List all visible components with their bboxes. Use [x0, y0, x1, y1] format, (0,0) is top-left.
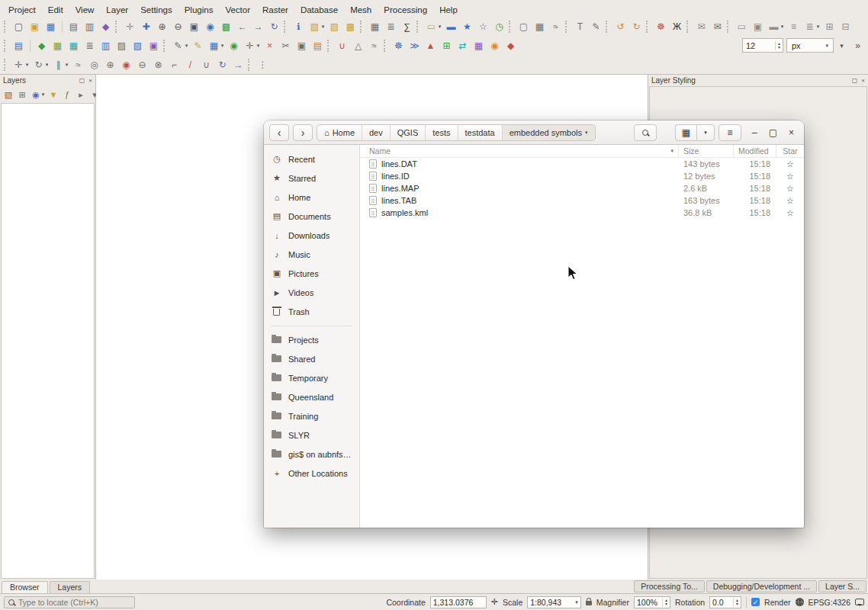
chevron-down-icon[interactable]: ▾	[24, 56, 31, 72]
symbol-size-spinbox[interactable]: ▴▾	[742, 38, 783, 53]
catalog-icon[interactable]: ✉	[709, 18, 725, 34]
add-part-icon[interactable]: ⊕	[102, 56, 118, 72]
tab-debugging-development[interactable]: Debugging/Development ...	[706, 580, 817, 592]
sidebar-item-documents[interactable]: ▤ Documents	[264, 207, 359, 226]
chevron-down-icon[interactable]: ▾	[40, 87, 47, 103]
plugin-manager-icon[interactable]: ▦	[471, 37, 487, 53]
lock-items-icon[interactable]: ⊟	[837, 18, 854, 34]
search-button[interactable]	[634, 124, 657, 141]
add-feature-icon[interactable]: ◉	[226, 37, 242, 53]
chevron-down-icon[interactable]: ▾	[255, 37, 262, 53]
chevron-down-icon[interactable]: ▾	[43, 56, 50, 72]
chevron-down-icon[interactable]: ▾	[436, 18, 443, 34]
georeferencer-icon[interactable]: ⊞	[439, 37, 455, 53]
new-print-layout-icon[interactable]: ▤	[66, 18, 82, 34]
close-panel-icon[interactable]: ×	[861, 77, 865, 84]
copy-features-icon[interactable]: ▣	[294, 37, 310, 53]
sidebar-item-temporary[interactable]: Temporary	[264, 368, 359, 387]
menu-layer[interactable]: Layer	[101, 5, 133, 15]
map-tips-icon[interactable]: ▬	[443, 18, 459, 34]
layout-add-map-icon[interactable]: ▭	[734, 18, 750, 34]
osm-tools-icon[interactable]: ◉	[487, 37, 503, 53]
star-button[interactable]: ☆	[776, 208, 804, 218]
symbol-size-input[interactable]	[743, 41, 775, 50]
star-button[interactable]: ☆	[776, 196, 804, 206]
zoom-full-icon[interactable]: ▣	[186, 18, 202, 34]
breadcrumb-tests[interactable]: tests	[426, 125, 458, 140]
spinner-arrows[interactable]: ▴▾	[662, 598, 670, 607]
forward-button[interactable]: ›	[293, 124, 313, 141]
processing-toolbox-icon[interactable]: ☸	[391, 37, 407, 53]
add-vector-layer-icon[interactable]: ◆	[34, 37, 50, 53]
metasearch-icon[interactable]: ✉	[693, 18, 709, 34]
float-panel-icon[interactable]: ▢	[852, 77, 858, 84]
new-map-view-icon[interactable]: ▢	[516, 18, 532, 34]
menu-mesh[interactable]: Mesh	[345, 5, 377, 15]
zoom-to-selection-icon[interactable]: ◉	[202, 18, 218, 34]
add-ring-icon[interactable]: ◎	[86, 56, 102, 72]
spin-down-icon[interactable]: ▾	[778, 46, 780, 50]
star-button[interactable]: ☆	[776, 159, 804, 169]
magnifier-spinbox[interactable]: ▴▾	[634, 596, 670, 608]
add-mesh-layer-icon[interactable]: ▦	[66, 37, 82, 53]
pan-map-icon[interactable]: ✛	[122, 18, 138, 34]
scale-input[interactable]	[530, 598, 573, 607]
column-star[interactable]: Star	[776, 145, 804, 157]
maximize-button[interactable]: ▢	[769, 127, 777, 138]
back-button[interactable]: ‹	[269, 124, 289, 141]
breadcrumb-qgis[interactable]: QGIS	[391, 125, 426, 140]
layers-tree[interactable]	[1, 103, 95, 579]
view-options-caret[interactable]: ▾	[696, 124, 715, 141]
magnifier-input[interactable]	[635, 598, 662, 607]
rotation-input[interactable]	[710, 598, 733, 607]
add-spatialite-layer-icon[interactable]: ▨	[114, 37, 130, 53]
layout-manager-icon[interactable]: ▥	[82, 18, 98, 34]
breadcrumb-embedded-symbols[interactable]: embedded symbols ▾	[503, 125, 595, 140]
menu-edit[interactable]: Edit	[43, 5, 69, 15]
elevation-profile-icon[interactable]: ≈	[548, 18, 564, 34]
split-features-icon[interactable]: /	[182, 56, 198, 72]
zoom-in-icon[interactable]: ⊕	[154, 18, 170, 34]
spin-down-icon[interactable]: ▾	[665, 602, 667, 606]
column-size[interactable]: Size	[679, 145, 734, 157]
menu-raster[interactable]: Raster	[257, 5, 294, 15]
delete-part-icon[interactable]: ⊗	[150, 56, 166, 72]
delete-selected-icon[interactable]: ×	[262, 37, 278, 53]
chevron-down-icon[interactable]: ▾	[63, 56, 70, 72]
rotate-point-symbols-icon[interactable]: ↻	[214, 56, 230, 72]
temporal-controller-icon[interactable]: ◷	[491, 18, 507, 34]
identify-features-icon[interactable]: ℹ	[291, 18, 307, 34]
data-source-manager-icon[interactable]: ▤	[11, 37, 27, 53]
chevron-down-icon[interactable]: ▾	[779, 18, 786, 34]
show-bookmarks-icon[interactable]: ☆	[475, 18, 491, 34]
units-combo[interactable]: px ▾	[786, 38, 834, 53]
menu-database[interactable]: Database	[295, 5, 343, 15]
sidebar-item-projects[interactable]: Projects	[264, 330, 359, 349]
add-group-icon[interactable]: ⊞	[15, 88, 29, 101]
menu-plugins[interactable]: Plugins	[179, 5, 219, 15]
breadcrumb-home[interactable]: ⌂ Home	[317, 125, 362, 140]
close-panel-icon[interactable]: ×	[88, 77, 92, 84]
spinner-arrows[interactable]: ▴▾	[775, 41, 783, 50]
menu-project[interactable]: Project	[3, 5, 41, 15]
minimize-button[interactable]: –	[752, 127, 757, 138]
spinner-arrows[interactable]: ▴▾	[733, 598, 741, 607]
grid-view-button[interactable]: ▦	[675, 124, 696, 141]
converter-tool-icon[interactable]: ◆	[503, 37, 519, 53]
coordinate-input[interactable]	[430, 596, 487, 608]
field-calculator-icon[interactable]: ≣	[383, 18, 399, 34]
align-items-icon[interactable]: ≡	[786, 18, 802, 34]
reshape-features-icon[interactable]: ⌐	[166, 56, 182, 72]
chevron-down-icon[interactable]: ▾	[320, 18, 326, 34]
debugging-tools-icon[interactable]: Ж	[669, 18, 685, 34]
paste-features-icon[interactable]: ▤	[310, 37, 326, 53]
scale-combo[interactable]: ▾	[527, 596, 581, 608]
column-modified[interactable]: Modified	[734, 145, 776, 157]
open-attribute-table-icon[interactable]: ▦	[367, 18, 383, 34]
messages-icon[interactable]	[855, 599, 864, 605]
open-layer-styling-icon[interactable]: ▧	[2, 88, 15, 101]
spin-down-icon[interactable]: ▾	[736, 602, 738, 606]
sidebar-item-pictures[interactable]: ▣ Pictures	[264, 264, 359, 283]
fill-ring-icon[interactable]: ◉	[118, 56, 134, 72]
sync-tool-icon[interactable]: ⇄	[455, 37, 471, 53]
